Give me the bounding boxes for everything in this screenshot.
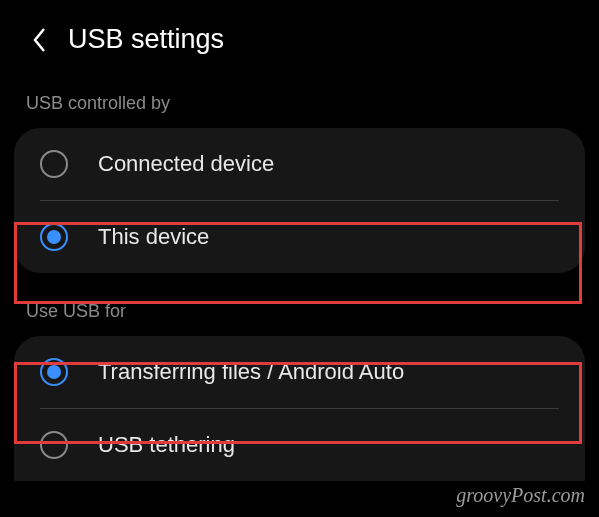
radio-icon-unchecked [40, 150, 68, 178]
option-label: Connected device [98, 151, 274, 177]
watermark: groovyPost.com [456, 484, 585, 507]
radio-icon-checked [40, 358, 68, 386]
back-icon[interactable] [32, 27, 46, 53]
radio-icon-unchecked [40, 431, 68, 459]
section-controlled-by: Connected device This device [14, 128, 585, 273]
section-header-use-for: Use USB for [0, 279, 599, 330]
option-this-device[interactable]: This device [14, 201, 585, 273]
option-usb-tethering[interactable]: USB tethering [14, 409, 585, 481]
option-label: USB tethering [98, 432, 235, 458]
page-title: USB settings [68, 24, 224, 55]
option-label: Transferring files / Android Auto [98, 359, 404, 385]
header: USB settings [0, 0, 599, 71]
section-use-for: Transferring files / Android Auto USB te… [14, 336, 585, 481]
option-connected-device[interactable]: Connected device [14, 128, 585, 200]
section-header-controlled-by: USB controlled by [0, 71, 599, 122]
radio-icon-checked [40, 223, 68, 251]
option-label: This device [98, 224, 209, 250]
option-transferring-files[interactable]: Transferring files / Android Auto [14, 336, 585, 408]
